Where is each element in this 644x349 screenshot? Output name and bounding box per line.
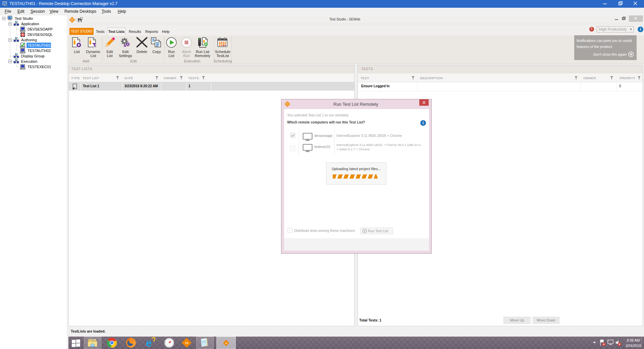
svg-text:e: e bbox=[146, 337, 152, 348]
svg-text:TS: TS bbox=[286, 103, 288, 105]
svg-text:TS: TS bbox=[185, 342, 189, 345]
svg-text:TS: TS bbox=[71, 19, 73, 21]
svg-text:TS: TS bbox=[225, 342, 227, 344]
